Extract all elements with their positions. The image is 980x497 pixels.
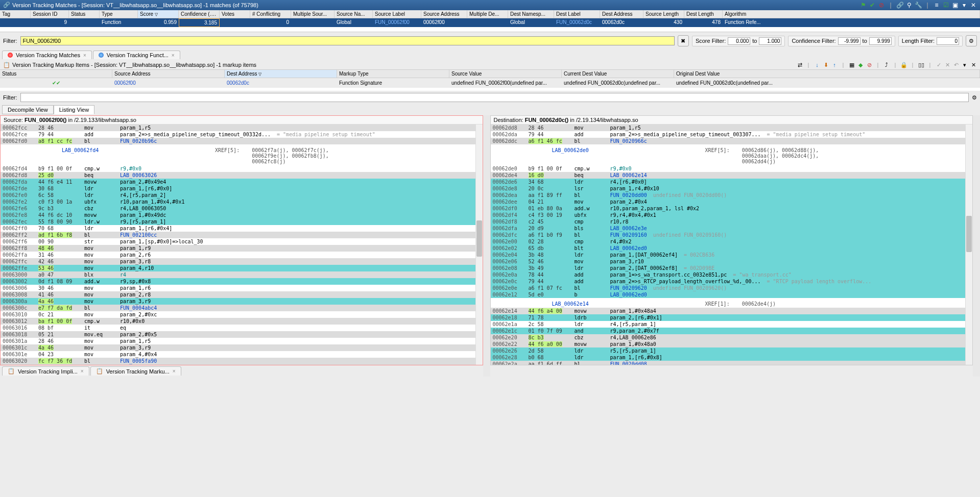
bookmark-icon[interactable]: ⬇	[822, 61, 829, 68]
col-mdst[interactable]: Multiple De...	[467, 10, 508, 18]
sep: |	[840, 61, 847, 68]
col-dstaddr[interactable]: Dest Address	[600, 10, 643, 18]
box-icon[interactable]: ▦	[848, 61, 855, 68]
tab-listing[interactable]: Listing View	[54, 105, 95, 114]
source-pane: Source: FUN_00062f00() in /2.19.133/libw…	[0, 115, 483, 365]
col-curdst[interactable]: Current Dest Value	[562, 70, 674, 78]
sep: |	[887, 2, 894, 9]
filter-icon[interactable]: ⚲	[905, 2, 913, 9]
col-type[interactable]: Type	[100, 10, 138, 18]
play-icon[interactable]: ◆	[857, 61, 864, 68]
source-listing[interactable]: 00062fcc28 46movparam_1,r500062fce79 44a…	[1, 125, 483, 365]
col-srcaddr[interactable]: Source Address	[112, 70, 225, 78]
matches-header: Tag Session ID Status Type Score ▽ Confi…	[0, 10, 980, 18]
matches-row[interactable]: 9 Function 0.959 3.185 0 Global FUN_0006…	[0, 18, 980, 27]
close-icon[interactable]: ✕	[970, 61, 977, 68]
close-icon[interactable]: ×	[173, 368, 176, 374]
sep: |	[909, 61, 916, 68]
check-icon[interactable]: ✓	[935, 61, 942, 68]
tab-markup[interactable]: 📋Version Tracking Marku...×	[90, 366, 181, 376]
box-icon[interactable]: ▣	[951, 2, 959, 9]
tab-implied[interactable]: 📋Version Tracking Impli...×	[2, 366, 89, 376]
sep2: |	[924, 2, 931, 9]
stop-icon[interactable]: ⊘	[878, 2, 885, 9]
markup-title: Version Tracking Markup Items - [Session…	[12, 62, 794, 68]
scrollbar[interactable]	[965, 125, 972, 365]
col-conflict[interactable]: # Conflicting	[250, 10, 291, 18]
close-icon[interactable]: ✕	[970, 2, 977, 9]
col-dstlen[interactable]: Dest Length	[684, 10, 723, 18]
status-icon: ✔✔	[0, 79, 112, 87]
titlebar-icons: ⚑ ✔ ⊘ | 🔗 ⚲ 🔧 | ≡ ☑ ▣ ▾ ✕	[859, 2, 977, 9]
col-srclen[interactable]: Source Length	[643, 10, 684, 18]
menu-icon[interactable]: ▾	[961, 61, 968, 68]
check2-icon[interactable]: ☑	[942, 2, 949, 9]
sep: |	[805, 61, 812, 68]
col-srcns[interactable]: Source Na...	[334, 10, 373, 18]
col-dstns[interactable]: Dest Namesp...	[508, 10, 554, 18]
col-type[interactable]: Markup Type	[337, 70, 449, 78]
col-session[interactable]: Session ID	[31, 10, 69, 18]
filter-clear-icon[interactable]: ✖	[678, 35, 689, 46]
stop-icon[interactable]: ⊘	[866, 61, 873, 68]
col-votes[interactable]: Votes	[220, 10, 250, 18]
nav-icon[interactable]: ⇄	[796, 61, 803, 68]
col-srcaddr[interactable]: Source Address	[421, 10, 467, 18]
link-icon[interactable]: 🔗	[896, 2, 903, 9]
list-icon: 📋	[8, 368, 15, 375]
col-algo[interactable]: Algorithm	[723, 10, 980, 18]
source-header: Source: FUN_00062f00() in /2.19.133/libw…	[1, 116, 483, 125]
filter-settings-icon[interactable]: ⚙	[966, 35, 977, 46]
overview-ruler[interactable]	[973, 115, 980, 377]
lock-icon[interactable]: 🔒	[900, 61, 907, 68]
conf-from[interactable]	[838, 37, 861, 45]
check-icon[interactable]: ✔	[869, 2, 876, 9]
tab-matches[interactable]: Version Tracking Matches×	[2, 51, 92, 59]
col-status[interactable]: Status	[0, 70, 112, 78]
markup-titlebar: 📋 Version Tracking Markup Items - [Sessi…	[0, 60, 980, 70]
col-status[interactable]: Status	[69, 10, 100, 18]
list-icon[interactable]: ≡	[933, 2, 940, 9]
score-filter-box: Score Filter: to	[692, 36, 785, 46]
sep: |	[874, 61, 881, 68]
scrollbar[interactable]	[475, 125, 483, 365]
close-icon[interactable]: ×	[172, 53, 175, 58]
arrow-down-icon[interactable]: ↓	[814, 61, 821, 68]
filter-input[interactable]	[20, 36, 675, 45]
inner-tabs: Version Tracking Matches× Version Tracki…	[0, 49, 980, 60]
tab-functions[interactable]: Version Tracking Funct...×	[93, 51, 180, 59]
layout-icon[interactable]: ▯▯	[918, 61, 925, 68]
dest-header: Destination: FUN_00062d0c() in /2.19.134…	[491, 116, 973, 125]
col-dstaddr[interactable]: Dest Address ▽	[225, 70, 337, 78]
filter-settings-icon[interactable]: ⚙	[972, 94, 977, 101]
menu-icon[interactable]: ▾	[961, 2, 968, 9]
score-to[interactable]	[759, 37, 781, 45]
flag-icon[interactable]: ⚑	[859, 2, 867, 9]
matches-titlebar: 🔗 Version Tracking Matches - [Session: V…	[0, 0, 980, 10]
markup-filter-input[interactable]	[20, 93, 969, 102]
col-srclabel[interactable]: Source Label	[373, 10, 421, 18]
view-tabs: Decompile View Listing View	[0, 104, 980, 115]
arrow-up-icon[interactable]: ↑	[831, 61, 838, 68]
score-from[interactable]	[728, 37, 750, 45]
col-srcval[interactable]: Source Value	[449, 70, 562, 78]
col-tag[interactable]: Tag	[0, 10, 31, 18]
col-msrc[interactable]: Multiple Sour...	[291, 10, 334, 18]
overview-ruler[interactable]	[483, 115, 490, 377]
filter-label: Filter:	[3, 38, 17, 44]
wrench-icon[interactable]: 🔧	[915, 2, 922, 9]
len-val[interactable]	[937, 37, 959, 45]
col-score[interactable]: Score ▽	[138, 10, 179, 18]
markup-row[interactable]: ✔✔ 00062f00 00062d0c Function Signature …	[0, 78, 980, 88]
tab-decompile[interactable]: Decompile View	[2, 105, 54, 114]
out-icon[interactable]: ⤴	[883, 61, 890, 68]
col-dstlabel[interactable]: Dest Label	[554, 10, 600, 18]
close-icon[interactable]: ×	[81, 368, 84, 374]
undo-icon[interactable]: ↶	[952, 61, 960, 68]
conf-to[interactable]	[869, 37, 892, 45]
col-conf[interactable]: Confidence (... ▽	[179, 10, 220, 18]
dest-listing[interactable]: 00062dd828 46movparam_1,r500062dda79 44a…	[491, 125, 973, 365]
close-icon[interactable]: ×	[83, 53, 86, 58]
col-origdst[interactable]: Original Dest Value	[674, 70, 980, 78]
x-icon[interactable]: ✕	[944, 61, 951, 68]
